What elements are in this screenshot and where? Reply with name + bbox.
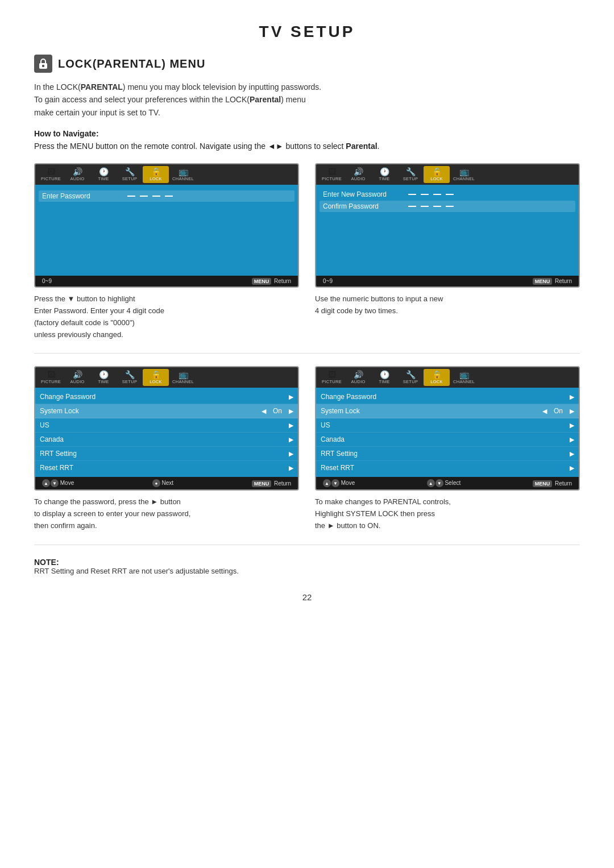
dash-2b-2 <box>421 206 429 207</box>
bottom-left-4: ▲ ▼ Move <box>323 479 355 487</box>
tv-mi-audio-1: 🔊 Audio <box>64 166 90 183</box>
arrow-us-4: ▶ <box>570 422 574 429</box>
dash-4 <box>165 196 173 197</box>
divider-1 <box>34 353 580 354</box>
list-row-us-3: US ▶ <box>35 418 298 433</box>
lock-icon-1: 🔒 <box>151 168 161 176</box>
tv-mi-setup-2: 🔧 Setup <box>397 166 424 183</box>
menu-btn-1: MENU <box>252 278 272 285</box>
setup-icon-1: 🔧 <box>125 168 135 176</box>
tv-bottom-bar-2: 0~9 MENU Return <box>316 276 579 286</box>
setup-icon-2: 🔧 <box>406 168 416 176</box>
desc-text3: make certain your input is set to TV. <box>34 108 160 117</box>
arrow-right-system-lock-4: ▶ <box>570 408 574 415</box>
tv-mi-channel-1: 📺 CHANNEL <box>169 166 197 183</box>
lock-parental-icon <box>34 55 52 73</box>
dash-2b-1 <box>408 206 416 207</box>
tv-mi-setup-3: 🔧 Setup <box>117 369 143 386</box>
caption-3: To change the password, press the ► butt… <box>34 496 299 531</box>
dash-2 <box>140 196 148 197</box>
bottom-mid-3: ● Next <box>152 479 173 487</box>
section-header: LOCK(PARENTAL) MENU <box>34 55 580 73</box>
setup-icon-3: 🔧 <box>125 371 135 379</box>
password-dashes-1 <box>127 196 173 197</box>
channel-icon-1: 📺 <box>179 168 188 176</box>
tv-mi-setup-1: 🔧 Setup <box>117 166 143 183</box>
channel-icon-2: 📺 <box>459 168 469 176</box>
screen-col-2: 🖼 Picture 🔊 Audio 🕐 Time 🔧 Setup <box>315 163 580 340</box>
bottom-right-3: MENU Return <box>252 480 291 487</box>
list-label-rrt-setting-3: RRT Setting <box>40 450 77 458</box>
tv-menu-bar-4: 🖼 Picture 🔊 Audio 🕐 Time 🔧 Setup <box>316 367 579 388</box>
arrow-reset-rrt-4: ▶ <box>570 464 574 472</box>
tv-row-enter-password: Enter Password <box>39 190 294 202</box>
tv-row-enter-new-password: Enter New Password <box>323 190 572 198</box>
tv-mi-time-4: 🕐 Time <box>371 369 397 386</box>
picture-icon-2: 🖼 <box>328 168 336 176</box>
tv-mi-lock-3: 🔒 LOCK <box>143 369 169 386</box>
menu-btn-2: MENU <box>533 278 553 285</box>
arrow-change-password-4: ▶ <box>570 393 574 401</box>
list-row-rrt-setting-4: RRT Setting ▶ <box>316 447 579 461</box>
enter-password-label: Enter Password <box>42 192 122 200</box>
tv-bottom-bar-1: 0~9 MENU Return <box>35 276 298 286</box>
setup-icon-4: 🔧 <box>406 371 416 379</box>
tv-bottom-bar-3: ▲ ▼ Move ● Next MENU Return <box>35 477 298 489</box>
bottom-right-1: MENU Return <box>252 278 291 284</box>
lock-icon-4: 🔒 <box>432 371 442 379</box>
divider-2 <box>34 545 580 545</box>
note-text: RRT Setting and Reset RRT are not user's… <box>34 567 580 575</box>
tv-mi-setup-4: 🔧 Setup <box>397 369 424 386</box>
circle-btn-select-1: ▲ <box>427 479 435 487</box>
arrow-right-system-lock-3: ▶ <box>289 408 293 415</box>
tv-screen-2: 🖼 Picture 🔊 Audio 🕐 Time 🔧 Setup <box>315 163 580 288</box>
list-label-change-password-3: Change Password <box>40 393 96 401</box>
dash-2a-3 <box>433 194 441 195</box>
tv-mi-lock-2: 🔒 LOCK <box>424 166 450 183</box>
tv-content-2: Enter New Password Confirm Password <box>316 185 579 276</box>
note-title: NOTE: <box>34 558 580 567</box>
tv-mi-channel-2: 📺 CHANNEL <box>450 166 478 183</box>
arrow-canada-4: ▶ <box>570 436 574 443</box>
audio-icon-2: 🔊 <box>354 168 363 176</box>
picture-icon-1: 🖼 <box>47 168 55 176</box>
tv-mi-audio-4: 🔊 Audio <box>345 369 371 386</box>
tv-mi-channel-4: 📺 CHANNEL <box>450 369 478 386</box>
description: In the LOCK(PARENTAL) menu you may block… <box>34 81 580 119</box>
list-mid-system-lock-4: ◀ On ▶ <box>542 407 574 415</box>
list-row-us-4: US ▶ <box>316 418 579 433</box>
circle-btn-up-4: ▲ <box>323 479 331 487</box>
nav-instruction: Press the MENU button on the remote cont… <box>34 142 580 151</box>
list-row-reset-rrt-4: Reset RRT ▶ <box>316 461 579 475</box>
arrow-left-system-lock-4: ◀ <box>542 408 547 415</box>
section-title: LOCK(PARENTAL) MENU <box>58 57 205 70</box>
dash-2b-3 <box>433 206 441 207</box>
confirm-password-label: Confirm Password <box>323 202 403 210</box>
tv-screen-3: 🖼 Picture 🔊 Audio 🕐 Time 🔧 Setup <box>34 366 299 491</box>
tv-list-3: Change Password ▶ System Lock ◀ On ▶ US <box>35 388 298 477</box>
list-row-change-password-3: Change Password ▶ <box>35 390 298 404</box>
arrow-us-3: ▶ <box>289 422 293 429</box>
dash-2b-4 <box>446 206 454 207</box>
page: TV SETUP LOCK(PARENTAL) MENU In the LOCK… <box>0 0 614 868</box>
list-label-system-lock-3: System Lock <box>40 407 79 415</box>
tv-mi-picture-1: 🖼 Picture <box>38 166 64 183</box>
arrow-reset-rrt-3: ▶ <box>289 464 293 472</box>
system-lock-value-4: On <box>554 407 563 415</box>
screen-col-4: 🖼 Picture 🔊 Audio 🕐 Time 🔧 Setup <box>315 366 580 531</box>
dash-1 <box>127 196 135 197</box>
list-label-us-4: US <box>321 421 330 429</box>
picture-icon-3: 🖼 <box>47 371 55 379</box>
arrow-rrt-setting-3: ▶ <box>289 450 293 458</box>
dash-3 <box>152 196 160 197</box>
channel-icon-4: 📺 <box>459 371 469 379</box>
tv-menu-bar-1: 🖼 Picture 🔊 Audio 🕐 Time 🔧 Setup <box>35 164 298 185</box>
list-mid-system-lock-3: ◀ On ▶ <box>262 407 293 415</box>
tv-mi-channel-3: 📺 CHANNEL <box>169 369 197 386</box>
audio-icon-4: 🔊 <box>354 371 363 379</box>
list-label-canada-4: Canada <box>321 435 345 443</box>
circle-btn-down-3: ▼ <box>51 479 59 487</box>
list-label-reset-rrt-3: Reset RRT <box>40 464 73 472</box>
tv-mi-picture-2: 🖼 Picture <box>318 166 345 183</box>
tv-menu-bar-3: 🖼 Picture 🔊 Audio 🕐 Time 🔧 Setup <box>35 367 298 388</box>
